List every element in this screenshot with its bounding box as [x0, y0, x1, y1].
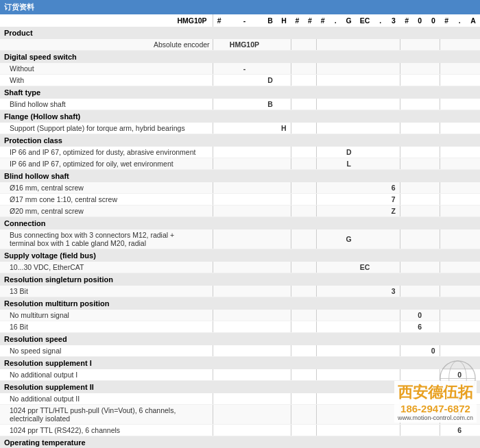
col-value-cell [400, 75, 413, 86]
col-value-cell [440, 345, 453, 357]
col-value-cell [440, 63, 453, 75]
col-value-cell [304, 286, 317, 297]
col-value-cell [374, 63, 387, 75]
col-value-cell [400, 99, 413, 110]
col-value-cell [413, 206, 427, 217]
row-label: No multiturn signal [0, 310, 213, 321]
col-value-cell [466, 123, 480, 134]
table-row: No multiturn signal0 [0, 310, 480, 321]
col-sep4: # [400, 14, 413, 27]
col-value-cell [374, 229, 387, 249]
col-value-cell [329, 286, 342, 297]
col-value-cell [342, 393, 356, 405]
col-value-cell [213, 39, 226, 51]
col-value-cell [304, 321, 317, 333]
col-value-cell [226, 75, 263, 86]
col-value-cell [263, 405, 277, 425]
col-value-cell [329, 262, 342, 273]
col-value-cell [342, 194, 356, 206]
col-value-cell [440, 147, 453, 158]
col-value-cell [304, 229, 317, 249]
col-value-cell [453, 194, 466, 206]
col-value-cell [453, 158, 466, 170]
col-value-cell [387, 39, 400, 51]
col-value-cell [291, 194, 304, 206]
col-value-cell [356, 229, 374, 249]
col-value-cell [356, 393, 374, 405]
col-value-cell [329, 321, 342, 333]
row-label: IP 66 and IP 67, optimized for dusty, ab… [0, 147, 213, 158]
col-value-cell [329, 229, 342, 249]
col-value-cell [304, 99, 317, 110]
col-value-cell [277, 310, 291, 321]
col-value-cell [329, 393, 342, 405]
col-value-cell [263, 182, 277, 194]
row-label: IP 66 and IP 67, optimized for oily, wet… [0, 158, 213, 170]
col-c6: G [342, 14, 356, 27]
col-value-cell [387, 158, 400, 170]
col-value-cell [277, 425, 291, 436]
col-value-cell [413, 63, 427, 75]
col-value-cell [277, 405, 291, 425]
section-header: Connection [0, 217, 480, 230]
col-value-cell [226, 262, 263, 273]
col-value-cell [374, 369, 387, 381]
col-value-cell [427, 158, 440, 170]
col-value-cell [291, 425, 304, 436]
col-c9: 3 [387, 14, 400, 27]
col-value-cell [226, 321, 263, 333]
col-value-cell [427, 369, 440, 381]
col-value-cell [413, 194, 427, 206]
col-value-cell [387, 369, 400, 381]
col-value-cell [427, 310, 440, 321]
col-value-cell [226, 99, 263, 110]
col-sep: # [213, 14, 226, 27]
col-value-cell [226, 194, 263, 206]
brand-name: 西安德伍拓 [398, 382, 473, 403]
col-value-cell [466, 345, 480, 357]
col-value-cell [400, 158, 413, 170]
col-value-cell [316, 182, 329, 194]
col-value-cell [466, 63, 480, 75]
col-value-cell [453, 99, 466, 110]
col-value-cell [291, 39, 304, 51]
row-label: No speed signal [0, 345, 213, 357]
col-value-cell [440, 286, 453, 297]
col-value-cell [304, 194, 317, 206]
col-c2: B [263, 14, 277, 27]
col-value-cell [374, 99, 387, 110]
col-value-cell [356, 310, 374, 321]
table-row: IP 66 and IP 67, optimized for dusty, ab… [0, 147, 480, 158]
col-value-cell [440, 425, 453, 436]
col-value-cell [427, 206, 440, 217]
col-value-cell [263, 369, 277, 381]
col-value-cell [304, 345, 317, 357]
col-value-cell: H [277, 123, 291, 134]
col-value-cell: 0 [413, 310, 427, 321]
col-value-cell [263, 194, 277, 206]
col-value-cell [342, 425, 356, 436]
col-value-cell [304, 206, 317, 217]
col-value-cell: D [342, 147, 356, 158]
col-value-cell [413, 123, 427, 134]
col-value-cell [277, 158, 291, 170]
col-value-cell [427, 425, 440, 436]
col-value-cell [304, 39, 317, 51]
table-row: 10...30 VDC, EtherCATEC [0, 262, 480, 273]
col-value-cell [277, 75, 291, 86]
col-value-cell [400, 229, 413, 249]
col-value-cell [291, 206, 304, 217]
col-value-cell [226, 123, 263, 134]
col-value-cell [342, 369, 356, 381]
col-value-cell [226, 369, 263, 381]
col-value-cell [291, 405, 304, 425]
col-value-cell [374, 39, 387, 51]
col-value-cell [374, 262, 387, 273]
col-value-cell [226, 182, 263, 194]
col-value-cell [356, 158, 374, 170]
col-value-cell [342, 123, 356, 134]
col-value-cell [316, 75, 329, 86]
col-c12: . [453, 14, 466, 27]
col-value-cell [304, 63, 317, 75]
section-title: Supply voltage (field bus) [0, 249, 480, 262]
